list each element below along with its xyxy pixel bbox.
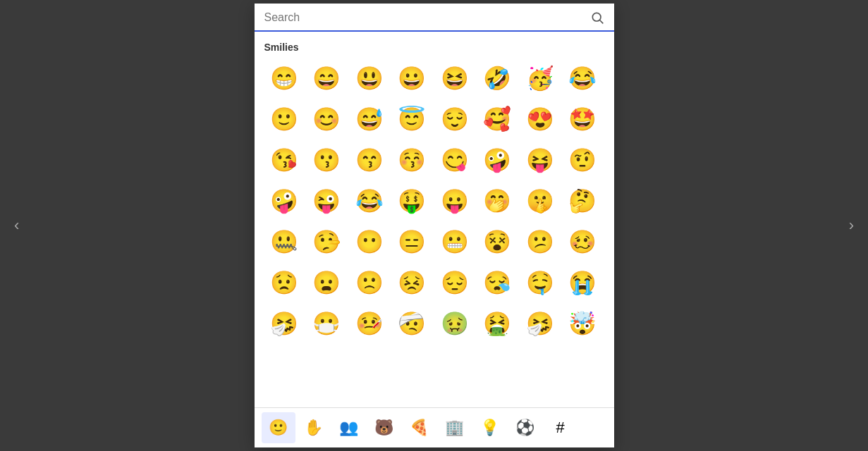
- svg-point-0: [592, 13, 601, 21]
- search-bar: [255, 4, 614, 32]
- emoji-cell[interactable]: 😍: [520, 99, 560, 139]
- emoji-cell[interactable]: 🤧: [264, 304, 304, 343]
- emoji-cell[interactable]: 😟: [264, 263, 304, 302]
- emoji-cell[interactable]: 😁: [264, 58, 304, 98]
- emoji-cell[interactable]: 😬: [435, 222, 475, 261]
- emoji-cell[interactable]: 😣: [392, 263, 432, 302]
- category-bar: 🙂✋👥🐻🍕🏢💡⚽#: [255, 407, 614, 447]
- flags-cat-button[interactable]: #: [544, 412, 577, 443]
- emoji-cell[interactable]: 😄: [307, 58, 346, 98]
- emoji-content: Smilies 😁😄😃😀😆🤣🥳😂🙂😊😅😇😌🥰😍🤩😘😗😙😚😋🤪😝🤨🤪😜😂🤑😛🤭🤫🤔…: [255, 32, 614, 407]
- prev-arrow-button[interactable]: ‹: [8, 211, 25, 240]
- smilies-cat-button[interactable]: 🙂: [262, 412, 295, 443]
- emoji-cell[interactable]: 🤪: [477, 140, 517, 180]
- right-arrow-icon: ›: [849, 216, 854, 234]
- emoji-cell[interactable]: 😘: [264, 140, 304, 180]
- emoji-cell[interactable]: 😦: [307, 263, 346, 302]
- travel-cat-button[interactable]: 🏢: [438, 412, 472, 443]
- emoji-cell[interactable]: 😋: [435, 140, 475, 180]
- next-arrow-button[interactable]: ›: [843, 211, 860, 240]
- emoji-cell[interactable]: 🤯: [563, 304, 602, 343]
- emoji-cell[interactable]: 😭: [563, 263, 602, 302]
- emoji-cell[interactable]: 🤕: [392, 304, 432, 343]
- emoji-cell[interactable]: 😇: [392, 99, 432, 139]
- food-cat-button[interactable]: 🍕: [403, 412, 436, 443]
- emoji-cell[interactable]: 😕: [520, 222, 560, 261]
- emoji-cell[interactable]: 😶: [350, 222, 389, 261]
- emoji-cell[interactable]: 🤐: [264, 222, 304, 261]
- emoji-cell[interactable]: 🙁: [350, 263, 389, 302]
- emoji-cell[interactable]: 🥰: [477, 99, 517, 139]
- emoji-cell[interactable]: 😪: [477, 263, 517, 302]
- emoji-cell[interactable]: 🤪: [264, 181, 304, 221]
- emoji-cell[interactable]: 😀: [392, 58, 432, 98]
- search-input[interactable]: [264, 11, 585, 24]
- search-icon: [590, 11, 604, 25]
- emoji-cell[interactable]: 🤔: [563, 181, 602, 221]
- emoji-cell[interactable]: 🥴: [563, 222, 602, 261]
- emoji-cell[interactable]: 🤢: [435, 304, 475, 343]
- emoji-cell[interactable]: 😑: [392, 222, 432, 261]
- emoji-picker: Smilies 😁😄😃😀😆🤣🥳😂🙂😊😅😇😌🥰😍🤩😘😗😙😚😋🤪😝🤨🤪😜😂🤑😛🤭🤫🤔…: [255, 4, 614, 447]
- emoji-cell[interactable]: 😔: [435, 263, 475, 302]
- emoji-cell[interactable]: 😗: [307, 140, 346, 180]
- animals-cat-button[interactable]: 🐻: [367, 412, 401, 443]
- emoji-cell[interactable]: 🤩: [563, 99, 602, 139]
- emoji-cell[interactable]: 😆: [435, 58, 475, 98]
- emoji-cell[interactable]: 😂: [563, 58, 602, 98]
- emoji-cell[interactable]: 🤒: [350, 304, 389, 343]
- emoji-cell[interactable]: 😅: [350, 99, 389, 139]
- emoji-cell[interactable]: 😙: [350, 140, 389, 180]
- emoji-cell[interactable]: 🤧: [520, 304, 560, 343]
- emoji-cell[interactable]: 😌: [435, 99, 475, 139]
- emoji-cell[interactable]: 😵: [477, 222, 517, 261]
- emoji-cell[interactable]: 😛: [435, 181, 475, 221]
- search-button[interactable]: [590, 11, 604, 25]
- category-label: Smilies: [264, 42, 604, 53]
- emoji-cell[interactable]: 🤥: [307, 222, 346, 261]
- people-cat-button[interactable]: ✋: [297, 412, 331, 443]
- emoji-cell[interactable]: 😊: [307, 99, 346, 139]
- emoji-cell[interactable]: 😝: [520, 140, 560, 180]
- emoji-cell[interactable]: 😃: [350, 58, 389, 98]
- emoji-grid: 😁😄😃😀😆🤣🥳😂🙂😊😅😇😌🥰😍🤩😘😗😙😚😋🤪😝🤨🤪😜😂🤑😛🤭🤫🤔🤐🤥😶😑😬😵😕🥴…: [264, 58, 604, 343]
- objects-cat-button[interactable]: 💡: [473, 412, 507, 443]
- emoji-cell[interactable]: 😂: [350, 181, 389, 221]
- emoji-cell[interactable]: 😚: [392, 140, 432, 180]
- emoji-cell[interactable]: 🤭: [477, 181, 517, 221]
- emoji-cell[interactable]: 🤑: [392, 181, 432, 221]
- emoji-cell[interactable]: 🤤: [520, 263, 560, 302]
- emoji-cell[interactable]: 🤫: [520, 181, 560, 221]
- svg-line-1: [599, 20, 603, 24]
- emoji-cell[interactable]: 🙂: [264, 99, 304, 139]
- emoji-cell[interactable]: 😜: [307, 181, 346, 221]
- symbols-cat-button[interactable]: ⚽: [508, 412, 542, 443]
- emoji-cell[interactable]: 😷: [307, 304, 346, 343]
- emoji-cell[interactable]: 🤣: [477, 58, 517, 98]
- emoji-cell[interactable]: 🥳: [520, 58, 560, 98]
- emoji-cell[interactable]: 🤨: [563, 140, 602, 180]
- persons-cat-button[interactable]: 👥: [332, 412, 366, 443]
- left-arrow-icon: ‹: [14, 216, 19, 234]
- emoji-cell[interactable]: 🤮: [477, 304, 517, 343]
